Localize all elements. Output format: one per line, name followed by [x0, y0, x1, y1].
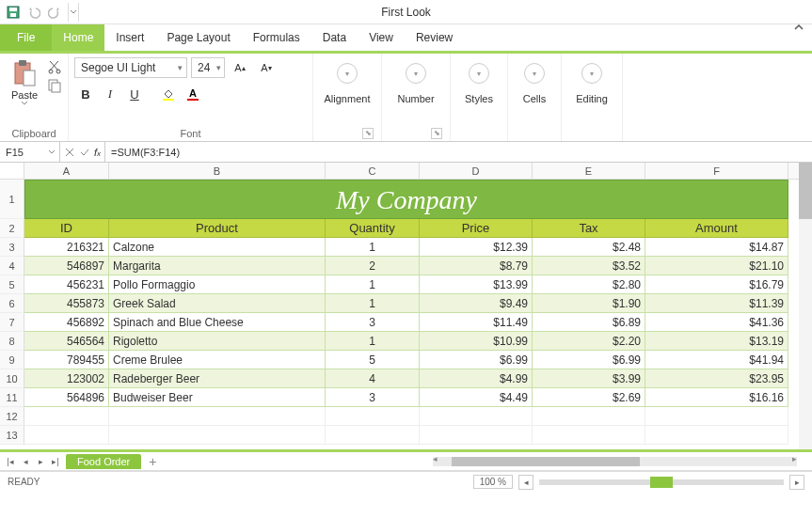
row-header[interactable]: 6 — [0, 294, 24, 313]
name-box[interactable]: F15 — [0, 142, 60, 162]
italic-button[interactable]: I — [99, 84, 121, 104]
cell-product[interactable]: Calzone — [109, 238, 326, 257]
cell-id[interactable]: 546897 — [24, 257, 109, 275]
cell-id[interactable]: 789455 — [24, 351, 109, 369]
number-button[interactable]: ▾Number — [388, 57, 444, 104]
row-header[interactable]: 8 — [0, 332, 24, 351]
cell-price[interactable]: $8.79 — [420, 257, 533, 275]
grow-font-button[interactable]: A▴ — [229, 57, 251, 78]
cell-product[interactable]: Spinach and Blue Cheese — [109, 313, 326, 332]
zoom-out-button[interactable]: ◂ — [518, 475, 533, 490]
col-header-a[interactable]: A — [24, 163, 109, 179]
cells-button[interactable]: ▾Cells — [514, 57, 555, 104]
cell-price[interactable]: $11.49 — [420, 313, 533, 332]
cell-id[interactable]: 123002 — [24, 369, 109, 388]
cell-tax[interactable]: $2.20 — [533, 332, 645, 351]
cell-product[interactable]: Radeberger Beer — [109, 369, 326, 388]
zoom-value[interactable]: 100 % — [473, 475, 513, 489]
tab-page-layout[interactable]: Page Layout — [155, 24, 241, 51]
zoom-thumb[interactable] — [650, 477, 673, 488]
cell-product[interactable]: Rigoletto — [109, 332, 326, 351]
row-header[interactable]: 4 — [0, 257, 24, 275]
header-amount[interactable]: Amount — [645, 219, 788, 238]
cell-qty[interactable]: 1 — [326, 275, 420, 294]
fill-color-button[interactable] — [157, 84, 180, 104]
cell-amount[interactable]: $14.87 — [645, 238, 788, 257]
cell-amount[interactable]: $16.79 — [645, 275, 788, 294]
cell-tax[interactable]: $6.99 — [533, 351, 645, 369]
sheet-nav-last[interactable]: ▸| — [49, 455, 62, 468]
cell-price[interactable]: $9.49 — [420, 294, 533, 313]
number-dialog-launcher[interactable]: ⬊ — [431, 128, 442, 139]
row-header[interactable]: 11 — [0, 388, 24, 407]
cell-id[interactable]: 564896 — [24, 388, 109, 407]
cell-amount[interactable]: $16.16 — [645, 388, 788, 407]
cell-tax[interactable]: $2.80 — [533, 275, 645, 294]
cell-id[interactable]: 456892 — [24, 313, 109, 332]
enter-formula-button[interactable] — [79, 147, 90, 158]
insert-function-button[interactable]: fx — [94, 147, 101, 158]
font-size-select[interactable]: 24 ▾ — [191, 57, 225, 78]
tab-insert[interactable]: Insert — [104, 24, 155, 51]
cell-amount[interactable]: $21.10 — [645, 257, 788, 275]
font-name-select[interactable]: Segoe UI Light ▾ — [74, 57, 187, 78]
col-header-e[interactable]: E — [533, 163, 645, 179]
cell-amount[interactable]: $13.19 — [645, 332, 788, 351]
copy-button[interactable] — [47, 78, 62, 93]
cell-price[interactable]: $6.99 — [420, 351, 533, 369]
redo-button[interactable] — [45, 3, 64, 22]
undo-button[interactable] — [24, 3, 43, 22]
editing-button[interactable]: ▾Editing — [567, 57, 616, 104]
add-sheet-button[interactable]: + — [145, 454, 160, 469]
cell-qty[interactable]: 3 — [326, 313, 420, 332]
cell-qty[interactable]: 1 — [326, 294, 420, 313]
row-header[interactable]: 12 — [0, 407, 24, 426]
tab-data[interactable]: Data — [311, 24, 358, 51]
cell-id[interactable]: 456231 — [24, 275, 109, 294]
row-header[interactable]: 10 — [0, 369, 24, 388]
font-color-button[interactable]: A — [182, 84, 204, 104]
row-header[interactable]: 1 — [0, 180, 24, 219]
sheet-tab[interactable]: Food Order — [66, 454, 141, 469]
select-all-button[interactable] — [0, 163, 24, 179]
cell-price[interactable]: $13.99 — [420, 275, 533, 294]
header-price[interactable]: Price — [420, 219, 533, 238]
scrollbar-thumb[interactable] — [452, 457, 640, 466]
row-header[interactable]: 2 — [0, 219, 24, 238]
cell-qty[interactable]: 1 — [326, 332, 420, 351]
ribbon-collapse-button[interactable] — [793, 23, 804, 32]
cell-id[interactable]: 546564 — [24, 332, 109, 351]
sheet-nav-next[interactable]: ▸ — [34, 455, 47, 468]
row-header[interactable]: 7 — [0, 313, 24, 332]
tab-home[interactable]: Home — [52, 24, 104, 51]
cell-tax[interactable]: $3.99 — [533, 369, 645, 388]
cell-tax[interactable]: $6.89 — [533, 313, 645, 332]
cell-tax[interactable]: $3.52 — [533, 257, 645, 275]
header-product[interactable]: Product — [109, 219, 326, 238]
bold-button[interactable]: B — [74, 84, 97, 104]
col-header-f[interactable]: F — [645, 163, 788, 179]
paste-button[interactable]: Paste — [6, 57, 43, 106]
cell-id[interactable]: 455873 — [24, 294, 109, 313]
cell-id[interactable]: 216321 — [24, 238, 109, 257]
cell-tax[interactable]: $1.90 — [533, 294, 645, 313]
cell-qty[interactable]: 1 — [326, 238, 420, 257]
styles-button[interactable]: ▾Styles — [456, 57, 502, 104]
alignment-button[interactable]: ▾Alignment — [319, 57, 375, 104]
shrink-font-button[interactable]: A▾ — [255, 57, 278, 78]
col-header-c[interactable]: C — [326, 163, 420, 179]
cell-qty[interactable]: 4 — [326, 369, 420, 388]
cancel-formula-button[interactable] — [64, 147, 75, 158]
header-quantity[interactable]: Quantity — [326, 219, 420, 238]
save-button[interactable] — [4, 3, 23, 22]
zoom-in-button[interactable]: ▸ — [789, 475, 804, 490]
tab-formulas[interactable]: Formulas — [242, 24, 311, 51]
col-header-b[interactable]: B — [109, 163, 326, 179]
cut-button[interactable] — [47, 59, 62, 74]
cell-qty[interactable]: 5 — [326, 351, 420, 369]
file-tab[interactable]: File — [0, 24, 52, 51]
header-id[interactable]: ID — [24, 219, 109, 238]
row-header[interactable]: 9 — [0, 351, 24, 369]
zoom-slider[interactable] — [539, 479, 784, 485]
cell-tax[interactable]: $2.69 — [533, 388, 645, 407]
